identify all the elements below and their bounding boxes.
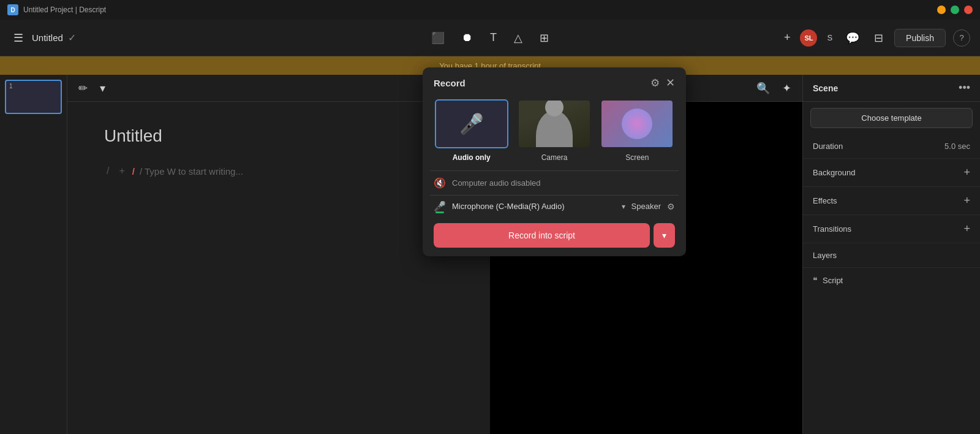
menu-button[interactable]: ☰: [10, 28, 27, 48]
left-sidebar: 1: [0, 75, 67, 434]
toolbar-center: ⬛ ⏺ T △ ⊞: [428, 28, 552, 48]
status-icon: ✓: [68, 32, 76, 44]
record-dropdown-button[interactable]: ▾: [654, 223, 675, 248]
duration-row[interactable]: Duration 5.0 sec: [803, 134, 980, 159]
layers-row[interactable]: Layers: [803, 243, 980, 268]
duration-value: 5.0 sec: [944, 142, 970, 151]
search-button[interactable]: 🔍: [753, 78, 774, 99]
transitions-label: Transitions: [813, 224, 851, 234]
modal-header: Record ⚙ ✕: [423, 67, 686, 96]
avatar: SL: [800, 29, 817, 47]
window-title: Untitled Project | Descript: [23, 6, 106, 14]
script-icon: ❝: [813, 275, 818, 285]
window-controls[interactable]: − □ ×: [937, 6, 973, 14]
layout-button[interactable]: ⊟: [870, 28, 887, 48]
title-bar: D Untitled Project | Descript − □ ×: [0, 0, 980, 20]
record-option-audio[interactable]: 🎤 Audio only: [434, 99, 509, 162]
right-panel: Scene ••• Choose template Duration 5.0 s…: [802, 75, 980, 434]
record-option-screen[interactable]: Screen: [600, 99, 675, 162]
modal-settings-button[interactable]: ⚙: [650, 77, 660, 89]
camera-label: Camera: [541, 153, 568, 162]
record-option-camera[interactable]: Camera: [516, 99, 592, 162]
microphone-icon-large: 🎤: [459, 112, 484, 135]
add-button[interactable]: +: [782, 29, 793, 47]
duration-label: Duration: [813, 142, 843, 151]
effects-label: Effects: [813, 196, 837, 205]
layers-item-script[interactable]: ❝ Script: [803, 270, 980, 290]
media-button[interactable]: ⬛: [428, 28, 448, 48]
effects-row[interactable]: Effects +: [803, 187, 980, 215]
background-row[interactable]: Background +: [803, 159, 980, 187]
pen-tool-button[interactable]: ✏: [75, 78, 91, 99]
audio-only-label: Audio only: [453, 153, 491, 162]
scene-number: 1: [9, 83, 13, 89]
add-content-button[interactable]: /: [104, 164, 111, 178]
maximize-button[interactable]: □: [951, 6, 959, 14]
audio-thumb: 🎤: [435, 99, 508, 148]
screen-orb: [622, 108, 652, 139]
transitions-add-icon[interactable]: +: [963, 223, 970, 235]
record-options: 🎤 Audio only Camera Screen: [423, 96, 686, 170]
slash-command: /: [132, 166, 135, 177]
publish-button[interactable]: Publish: [894, 29, 946, 47]
speaker-label: Speaker: [631, 202, 661, 211]
grid-button[interactable]: ⊞: [536, 28, 552, 48]
user-initial[interactable]: S: [824, 31, 835, 45]
screen-thumb: [600, 99, 674, 148]
toolbar-right: + SL S 💬 ⊟ Publish ?: [782, 28, 970, 48]
transitions-row[interactable]: Transitions +: [803, 215, 980, 243]
record-into-script-button[interactable]: Record into script: [434, 223, 650, 248]
background-label: Background: [813, 168, 855, 177]
add-block-button[interactable]: +: [116, 164, 127, 178]
layers-section: ❝ Script: [803, 268, 980, 292]
more-options-button[interactable]: •••: [959, 82, 970, 94]
minimize-button[interactable]: −: [937, 6, 946, 14]
mic-level-indicator: [435, 211, 444, 213]
placeholder-text[interactable]: / Type W to start writing...: [140, 166, 243, 177]
background-add-icon[interactable]: +: [963, 166, 970, 179]
person-head: [545, 101, 564, 116]
effects-add-icon[interactable]: +: [963, 194, 970, 207]
person-silhouette: [536, 110, 573, 147]
audio-disabled-row: 🔇 Computer audio disabled: [423, 171, 686, 195]
layers-label: Layers: [813, 251, 837, 260]
scene-label: Scene: [813, 83, 838, 93]
toolbar-left: ☰ Untitled ✓: [10, 28, 76, 48]
chat-button[interactable]: 💬: [842, 28, 863, 48]
pen-chevron-button[interactable]: ▾: [96, 78, 109, 99]
text-button[interactable]: T: [486, 28, 500, 48]
scene-thumbnail-1[interactable]: 1: [5, 80, 62, 114]
choose-template-button[interactable]: Choose template: [810, 108, 973, 128]
speaker-settings-button[interactable]: ⚙: [667, 202, 675, 211]
main-toolbar: ☰ Untitled ✓ ⬛ ⏺ T △ ⊞ + SL S 💬 ⊟ Publis…: [0, 20, 980, 56]
help-button[interactable]: ?: [953, 29, 970, 47]
app-logo: D: [7, 4, 18, 15]
screen-label: Screen: [625, 153, 649, 162]
modal-title: Record: [434, 78, 466, 88]
ai-button[interactable]: ✦: [778, 78, 795, 99]
audio-disabled-label: Computer audio disabled: [452, 178, 541, 188]
mic-row: 🎤 Microphone (C-Media(R) Audio) ▾ Speake…: [423, 196, 686, 217]
modal-close-button[interactable]: ✕: [666, 76, 675, 89]
modal-header-buttons: ⚙ ✕: [650, 76, 675, 89]
right-panel-header: Scene •••: [803, 75, 980, 102]
document-title[interactable]: Untitled: [32, 32, 63, 43]
title-bar-left: D Untitled Project | Descript: [7, 4, 106, 15]
mic-device-name[interactable]: Microphone (C-Media(R) Audio): [452, 202, 616, 211]
script-label: Script: [823, 276, 843, 285]
mic-dropdown-icon[interactable]: ▾: [622, 202, 625, 211]
audio-disabled-icon: 🔇: [434, 177, 446, 189]
record-modal: Record ⚙ ✕ 🎤 Audio only Camera: [423, 67, 686, 256]
record-button-row: Record into script ▾: [423, 217, 686, 256]
close-button[interactable]: ×: [964, 6, 973, 14]
record-button[interactable]: ⏺: [458, 28, 477, 48]
shape-button[interactable]: △: [510, 28, 526, 48]
camera-thumb: [518, 99, 591, 148]
microphone-icon: 🎤: [434, 200, 446, 212]
